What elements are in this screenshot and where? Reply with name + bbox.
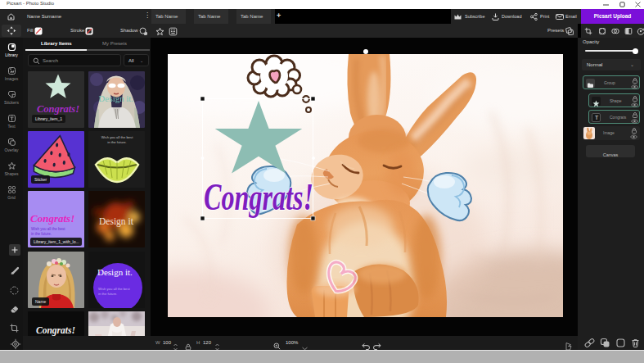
svg-text:Wish you all the best: Wish you all the best (31, 227, 65, 231)
svg-text:Wish you all the best: Wish you all the best (98, 287, 130, 291)
svg-text:in the future.: in the future. (31, 232, 52, 236)
svg-text:in the future.: in the future. (98, 292, 117, 296)
svg-text:Design it.: Design it. (97, 267, 133, 277)
svg-text:Design it.: Design it. (99, 93, 134, 103)
svg-text:Congrats!: Congrats! (36, 325, 75, 336)
svg-text:Congrats!: Congrats! (204, 176, 313, 218)
svg-text:Design it: Design it (99, 216, 134, 227)
svg-text:Wish you all the best: Wish you all the best (101, 135, 133, 139)
svg-text:Congrats!: Congrats! (30, 212, 74, 225)
svg-text:in the future.: in the future. (107, 140, 126, 144)
svg-text:Congrats!: Congrats! (37, 103, 79, 115)
